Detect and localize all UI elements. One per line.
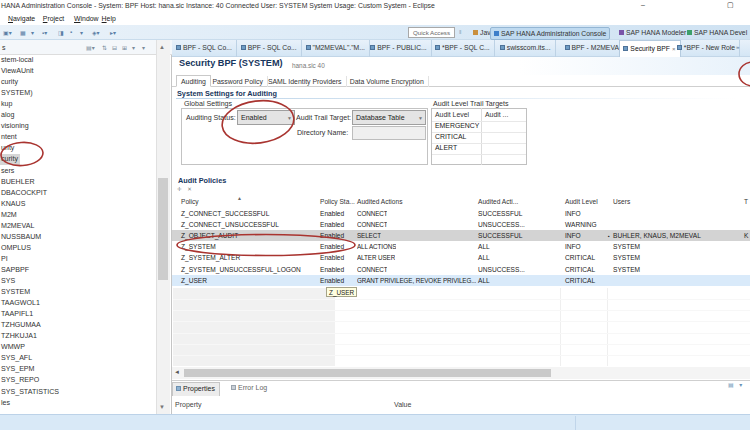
tree-item[interactable]: ntent	[0, 132, 155, 143]
editor-tab[interactable]: BPF - M2MEVAL	[562, 40, 628, 57]
editor-tab[interactable]: *BPF - SQL C...	[432, 40, 495, 57]
maximize-button[interactable]: ▢	[727, 1, 734, 9]
run-icon[interactable]: ▸▾	[110, 29, 116, 36]
tree-item[interactable]: SYS_EPM	[0, 364, 155, 375]
column-header[interactable]: Policy Sta...	[320, 198, 355, 205]
tree-item[interactable]: sers	[0, 166, 155, 177]
menu-navigate[interactable]: Navigate	[8, 15, 35, 22]
audit-trail-target-combo[interactable]: Database Table▼	[352, 110, 426, 125]
scroll-left-icon[interactable]: ◄	[174, 369, 180, 375]
column-header[interactable]: Audited Actions	[357, 198, 402, 205]
view-toolbar-icon[interactable]: ▾	[132, 44, 135, 51]
new-wizard-icon[interactable]: ▣▾	[3, 29, 12, 36]
tree-item[interactable]: stem-local	[0, 55, 155, 66]
tree-item[interactable]: SYS_AFL	[0, 353, 155, 364]
tree-item[interactable]: KNAUS	[0, 199, 155, 210]
audit-level-row[interactable]: CRITICAL	[435, 133, 466, 140]
tree-item[interactable]: WMWP	[0, 342, 155, 353]
tree-item[interactable]: OMPLUS	[0, 243, 155, 254]
editor-tab[interactable]: BPF - SQL Co...	[238, 40, 302, 57]
view-menu-icon[interactable]: ▾	[142, 44, 145, 51]
editor-tab[interactable]: "M2MEVAL"."M...	[303, 40, 370, 57]
tree-item[interactable]: SYS	[0, 276, 155, 287]
save-icon[interactable]: ▦	[20, 29, 26, 36]
debug-icon[interactable]: ◈▾	[92, 29, 100, 36]
tab-overflow-icon[interactable]: »	[736, 44, 739, 50]
column-header[interactable]: T	[744, 198, 748, 205]
audit-level-row[interactable]: EMERGENCY	[435, 122, 479, 129]
column-header[interactable]: Policy	[181, 198, 199, 205]
toolbar-icon[interactable]: ▪	[70, 29, 72, 35]
tree-item[interactable]: TAAPIFL1	[0, 309, 155, 320]
auditing-status-combo[interactable]: Enabled▼	[237, 110, 295, 125]
column-header[interactable]: Audit Level	[565, 198, 598, 205]
editor-tab[interactable]: *BPF - New Role	[674, 40, 740, 57]
view-tab-error-log[interactable]: Error Log	[228, 382, 271, 396]
menu-window[interactable]: Window	[74, 15, 99, 22]
view-toolbar-icon[interactable]: ▤▾	[86, 44, 95, 51]
directory-name-input[interactable]	[352, 126, 426, 140]
tree-item[interactable]: SYS_REPO	[0, 375, 155, 386]
view-toolbar-icon[interactable]: ⊟	[112, 44, 117, 51]
table-row[interactable]: Z_USEREnabledGRANT PRIVILEGE, REVOKE PRI…	[172, 275, 750, 286]
toolbar-icon[interactable]: ▾	[80, 29, 83, 36]
tree-item[interactable]: DBACOCKPIT	[0, 188, 155, 199]
table-row[interactable]: Z_SYSTEMEnabledALL ACTIONSALLINFOSYSTEM	[172, 241, 750, 252]
editor-tab[interactable]: Security BPF×	[619, 40, 680, 57]
tree-item[interactable]: TZHKUJA1	[0, 331, 155, 342]
table-row[interactable]: Z_CONNECT_UNSUCCESSFULEnabledCONNECTUNSU…	[172, 219, 750, 230]
tree-item[interactable]: les	[0, 398, 155, 409]
tree-item[interactable]: alog	[0, 110, 155, 121]
tree-item[interactable]: TZHGUMAA	[0, 320, 155, 331]
scroll-up-icon[interactable]: ▲	[159, 44, 165, 50]
sidebar-scrollbar-thumb[interactable]	[158, 178, 168, 280]
toolbar-icon[interactable]: ◨	[58, 29, 64, 36]
view-toolbar-icon[interactable]: ⇅	[102, 44, 107, 51]
tree-item[interactable]: BUEHLER	[0, 177, 155, 188]
tree-item[interactable]: TAAGWOL1	[0, 298, 155, 309]
tree-item[interactable]: SAPBPF	[0, 265, 155, 276]
tree-item[interactable]: curity	[0, 154, 155, 165]
table-row[interactable]: Z_SYSTEM_ALTEREnabledALTER USERALLCRITIC…	[172, 252, 750, 263]
perspective-tab[interactable]: SAP HANA Administration Console	[490, 27, 610, 40]
tree-item[interactable]: ViewAUnit	[0, 66, 155, 77]
editor-tab[interactable]: BPF - SQL Co...	[173, 40, 237, 57]
tree-item[interactable]: curity	[0, 77, 155, 88]
column-header[interactable]: Audit Level	[435, 111, 469, 118]
column-header[interactable]: Audit ...	[485, 111, 508, 118]
tree-item[interactable]: urity	[0, 143, 155, 154]
toolbar-icon[interactable]: ▾	[31, 29, 34, 36]
column-header[interactable]: Property	[175, 401, 201, 408]
menu-help[interactable]: Help	[102, 15, 116, 22]
editor-tab[interactable]: swisscom.its...	[497, 40, 556, 57]
tree-item[interactable]: M2M	[0, 210, 155, 221]
table-row[interactable]: Z_SYSTEM_UNSUCCESSFUL_LOGONEnabledCONNEC…	[172, 264, 750, 275]
tree-item[interactable]: PI	[0, 254, 155, 265]
quick-access-box[interactable]: Quick Access	[408, 27, 455, 38]
view-minimize-maximize-icons[interactable]: ▤ ▾	[728, 381, 744, 388]
audit-level-row[interactable]: ALERT	[435, 144, 457, 151]
column-header[interactable]: Value	[394, 401, 411, 408]
table-row[interactable]: Z_OBJECT_AUDITEnabledSELECTSUCCESSFULINF…	[172, 230, 750, 241]
view-tab-properties[interactable]: Properties	[172, 382, 220, 396]
tree-item[interactable]: NUSSBAUM	[0, 232, 155, 243]
menu-project[interactable]: Project	[43, 15, 64, 22]
form-tab[interactable]: Data Volume Encryption	[346, 76, 429, 87]
editor-tab[interactable]: BPF - PUBLIC...	[367, 40, 431, 57]
tree-item[interactable]: SYSTEM)	[0, 88, 155, 99]
audit-policies-toolbar[interactable]: ✛ ✕	[177, 186, 194, 192]
column-header[interactable]: Users	[613, 198, 630, 205]
form-tab[interactable]: Password Policy	[208, 76, 268, 87]
tree-item[interactable]: SYS_STATISTICS	[0, 387, 155, 398]
view-toolbar-icon[interactable]: ⊞	[122, 44, 127, 51]
minimize-button[interactable]: –	[641, 1, 645, 8]
column-header[interactable]: Audited Acti...	[478, 198, 518, 205]
form-tab[interactable]: Auditing	[176, 75, 211, 87]
perspective-tab[interactable]: SAP HANA Modeler	[616, 27, 689, 40]
form-tab[interactable]: SAML Identity Providers	[264, 76, 347, 87]
tree-item[interactable]: M2MEVAL	[0, 221, 155, 232]
tree-item[interactable]: kup	[0, 99, 155, 110]
table-row[interactable]: Z_CONNECT_SUCCESSFULEnabledCONNECTSUCCES…	[172, 208, 750, 219]
tree-item[interactable]: SYSTEM	[0, 287, 155, 298]
horizontal-scrollbar-thumb[interactable]	[184, 369, 551, 377]
